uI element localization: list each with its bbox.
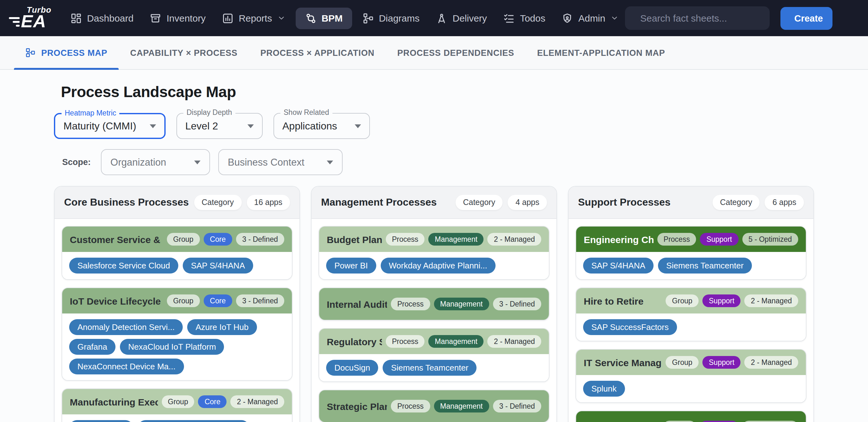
column-title: Support Processes	[578, 197, 707, 208]
process-card-header: Customer Service & Su...GroupCore3 - Def…	[62, 227, 292, 252]
process-card-title: IT Service Manage...	[584, 357, 662, 368]
level-pill: Process	[386, 233, 425, 246]
tab-element-application-map[interactable]: ELEMENT-APPLICATION MAP	[526, 36, 676, 69]
tab-process-application[interactable]: PROCESS × APPLICATION	[249, 36, 386, 69]
process-card-header: Hire to RetireGroupSupport2 - Managed	[576, 288, 806, 313]
process-card-header: Procure to PayGroupSupport5 - Optimized	[576, 411, 806, 422]
app-pill[interactable]: Grafana	[69, 339, 116, 355]
filter-label: Show Related	[280, 109, 332, 116]
process-card-customer-service-su[interactable]: Customer Service & Su...GroupCore3 - Def…	[62, 226, 292, 280]
app-pill[interactable]: Salesforce Service Cloud	[69, 258, 178, 273]
dashboard-icon	[70, 12, 82, 24]
nav-item-inventory[interactable]: Inventory	[144, 7, 212, 29]
app-pill[interactable]: Siemens Teamcenter	[658, 258, 752, 273]
app-pill[interactable]: NexaCloud IoT Platform	[120, 339, 224, 355]
process-card-internal-audit[interactable]: Internal AuditProcessManagement3 - Defin…	[318, 288, 550, 321]
level-pill: Group	[665, 356, 699, 369]
column-type-badge: Category	[455, 195, 502, 210]
dropdown-arrow-icon	[355, 124, 361, 128]
create-button[interactable]: Create	[780, 7, 833, 30]
category-pill: Management	[434, 400, 489, 413]
app-pill[interactable]: Quality Inspection System	[138, 420, 250, 422]
filter-select-show-related[interactable]: Show RelatedApplications	[274, 113, 370, 139]
process-card-title: Engineering Cha...	[584, 234, 654, 245]
filter-select-heatmap-metric[interactable]: Heatmap MetricMaturity (CMMI)	[54, 113, 165, 139]
reports-icon	[222, 12, 234, 24]
nav-item-todos[interactable]: Todos	[497, 7, 552, 29]
nav-item-bpm[interactable]: BPM	[296, 7, 352, 29]
admin-icon	[562, 12, 573, 24]
inventory-icon	[150, 12, 161, 24]
tab-process-dependencies[interactable]: PROCESS DEPENDENCIES	[386, 36, 526, 69]
app-pill[interactable]: Siemens Teamcenter	[383, 360, 477, 376]
maturity-pill: 2 - Managed	[488, 335, 541, 348]
app-pill[interactable]: NexaSCADA	[69, 420, 133, 422]
scope-select-business-context[interactable]: Business Context	[218, 149, 343, 175]
create-button-label: Create	[795, 13, 823, 23]
app-pill[interactable]: Power BI	[326, 258, 376, 273]
search-box[interactable]	[625, 6, 770, 30]
app-pill[interactable]: Splunk	[583, 381, 625, 397]
category-pill: Support	[700, 233, 739, 246]
tab-capability-process[interactable]: CAPABILITY × PROCESS	[119, 36, 249, 69]
related-apps: Salesforce Service CloudSAP S/4HANA	[62, 252, 292, 279]
category-pill: Core	[204, 295, 232, 307]
tab-label: CAPABILITY × PROCESS	[130, 48, 237, 57]
maturity-pill: 5 - Optimized	[742, 233, 798, 246]
level-pill: Group	[167, 295, 200, 307]
delivery-icon	[436, 12, 447, 24]
process-card-engineering-cha[interactable]: Engineering Cha...ProcessSupport5 - Opti…	[576, 226, 806, 280]
filter-select-display-depth[interactable]: Display DepthLevel 2	[176, 113, 263, 139]
level-pill: Group	[663, 421, 696, 422]
nav-item-reports[interactable]: Reports	[216, 7, 291, 29]
process-card-it-service-manage[interactable]: IT Service Manage...GroupSupport2 - Mana…	[576, 349, 806, 403]
process-card-hire-to-retire[interactable]: Hire to RetireGroupSupport2 - ManagedSAP…	[576, 288, 806, 341]
app-pill[interactable]: Workday Adaptive Planni...	[381, 258, 496, 273]
app-pill[interactable]: SAP SuccessFactors	[583, 319, 677, 335]
process-column-core-business-processes: Core Business ProcessesCategory16 appsCu…	[54, 186, 300, 422]
level-pill: Group	[665, 295, 699, 307]
process-card-strategic-plann[interactable]: Strategic Plann...ProcessManagement3 - D…	[318, 390, 550, 422]
nav-item-dashboard[interactable]: Dashboard	[64, 7, 140, 29]
process-card-header: Strategic Plann...ProcessManagement3 - D…	[319, 390, 549, 422]
search-input[interactable]	[639, 12, 762, 24]
column-apps-count-badge: 6 apps	[765, 195, 804, 210]
app-pill[interactable]: NexaConnect Device Ma...	[69, 359, 184, 374]
nav-item-label: Todos	[520, 13, 545, 24]
scope-select-value: Business Context	[228, 156, 319, 168]
filter-value: Applications	[282, 120, 347, 132]
process-card-regulatory-su[interactable]: Regulatory Su...ProcessManagement2 - Man…	[318, 328, 550, 382]
scope-select-organization[interactable]: Organization	[101, 149, 210, 175]
app-pill[interactable]: SAP S/4HANA	[583, 258, 654, 273]
level-pill: Process	[391, 298, 430, 310]
category-pill: Support	[703, 356, 741, 369]
tab-process-map[interactable]: PROCESS MAP	[14, 36, 119, 69]
app-pill[interactable]: Azure IoT Hub	[187, 319, 257, 335]
app-pill[interactable]: DocuSign	[326, 360, 378, 376]
app-pill[interactable]: Anomaly Detection Servi...	[69, 319, 183, 335]
app-pill[interactable]: SAP S/4HANA	[183, 258, 253, 273]
filter-value: Level 2	[185, 120, 240, 132]
related-apps: SAP SuccessFactors	[576, 313, 806, 341]
nav-item-diagrams[interactable]: Diagrams	[356, 7, 426, 29]
title-row: Process Landscape Map	[54, 83, 814, 101]
process-card-procure-to-pay[interactable]: Procure to PayGroupSupport5 - Optimized	[576, 411, 806, 422]
process-column-management-processes: Management ProcessesCategory4 appsBudget…	[311, 186, 557, 422]
dropdown-arrow-icon	[150, 124, 156, 128]
process-column-support-processes: Support ProcessesCategory6 appsEngineeri…	[568, 186, 814, 422]
level-pill: Process	[386, 335, 425, 348]
process-card-budget-planni[interactable]: Budget Planni...ProcessManagement2 - Man…	[318, 226, 550, 280]
nav-item-delivery[interactable]: Delivery	[430, 7, 493, 29]
category-pill: Management	[434, 298, 489, 310]
app-logo[interactable]: Turbo EA	[9, 6, 52, 30]
column-body: Customer Service & Su...GroupCore3 - Def…	[55, 219, 300, 422]
process-card-manufacturing-execu[interactable]: Manufacturing Execu...GroupCore2 - Manag…	[62, 388, 292, 422]
column-apps-count-badge: 4 apps	[508, 195, 547, 210]
process-card-header: Engineering Cha...ProcessSupport5 - Opti…	[576, 227, 806, 252]
nav-item-admin[interactable]: Admin	[556, 7, 625, 29]
maturity-pill: 3 - Defined	[236, 295, 284, 307]
process-card-iot-device-lifecycle[interactable]: IoT Device LifecycleGroupCore3 - Defined…	[62, 288, 292, 381]
filter-value: Maturity (CMMI)	[63, 120, 142, 132]
scope-select-value: Organization	[111, 156, 187, 168]
bpm-icon	[305, 12, 316, 24]
